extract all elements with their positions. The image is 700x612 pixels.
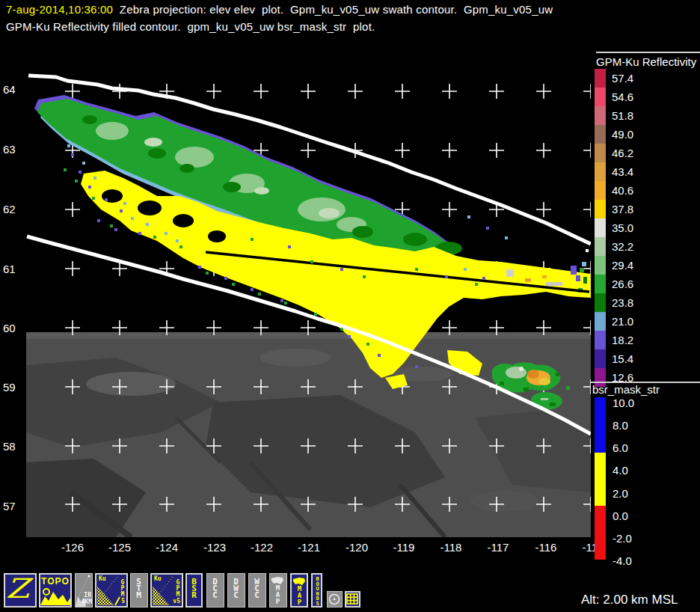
lon-label: -118 (434, 541, 468, 554)
color-swatch (595, 293, 606, 312)
ir-4km-label: 4KM (82, 599, 92, 605)
gpm-ku-v05-uw-button[interactable]: Ku GPM v5 (150, 573, 183, 608)
wcc-button[interactable]: WCC (248, 573, 266, 608)
reflectivity-colorbar-entry: 40.6 (595, 181, 647, 200)
gpm-ku-v05-button[interactable]: Ku GPM 5 (95, 573, 128, 608)
ir-satellite-button[interactable]: IR 4KM (75, 573, 93, 608)
color-swatch (595, 144, 606, 162)
lat-label: 59 (3, 381, 25, 394)
color-swatch (595, 69, 606, 88)
color-swatch (595, 88, 606, 106)
reflectivity-colorbar-entry: 18.2 (595, 331, 647, 349)
bounds-button[interactable]: BOUNDS (311, 573, 322, 608)
stm-button[interactable]: STM (130, 573, 148, 608)
ir-label: IR (84, 593, 91, 599)
reflectivity-colorbar-entry: 51.8 (595, 106, 647, 125)
color-swatch (595, 200, 606, 218)
lon-label: -120 (340, 541, 374, 554)
zebra-z-icon: Z (6, 573, 29, 604)
bsr-colorbar-value: -2.0 (612, 527, 632, 550)
color-swatch (595, 181, 606, 200)
bsr-colorbar-value: 6.0 (612, 437, 628, 459)
bsr-color-segment (595, 397, 606, 453)
mountains-icon (40, 586, 70, 605)
stm-label: STM (135, 578, 142, 599)
header-line2: GPM-Ku Reflectivity filled contour. gpm_… (6, 20, 375, 33)
bsr-colorbar-value: 4.0 (612, 459, 628, 482)
map-label: MAP (274, 585, 281, 605)
bsr-color-segment (595, 506, 606, 560)
gpm-label: GPM (120, 580, 126, 598)
reflectivity-colorbar-entry: 21.0 (595, 312, 647, 331)
header-bar: 7-aug-2014,10:36:00 Zebra projection: el… (0, 0, 700, 43)
colorbar-value: 51.8 (612, 106, 633, 125)
lat-label: 61 (3, 263, 25, 275)
bsr-colorbar-value: 8.0 (612, 414, 628, 437)
lon-label: -124 (150, 541, 184, 554)
point-mode-button[interactable] (327, 591, 343, 608)
lat-label: 62 (3, 203, 25, 215)
topo-label: TOPO (40, 576, 70, 587)
dwc-label: DWC (233, 578, 239, 599)
color-swatch (595, 312, 606, 331)
colorbar-value: 29.4 (612, 256, 633, 275)
color-swatch (595, 256, 606, 275)
colorbar-value: 21.0 (612, 312, 633, 331)
reflectivity-colorbar-entry: 46.2 (595, 144, 647, 162)
altitude-status: Alt: 2.00 km MSL (581, 593, 678, 608)
bsr-label: BSR (191, 578, 197, 599)
color-swatch (595, 125, 606, 144)
reflectivity-colorbar-entry: 15.4 (595, 349, 647, 368)
zebra-logo-button[interactable]: Z (4, 573, 37, 608)
bsr-colorbar-value: 2.0 (612, 483, 628, 505)
colorbar-value: 15.4 (612, 349, 633, 368)
colorbar-value: 49.0 (612, 125, 633, 144)
lat-label: 64 (3, 83, 25, 96)
ku-label: Ku (99, 576, 106, 582)
color-swatch (595, 331, 606, 349)
reflectivity-colorbar-entry: 54.6 (595, 88, 647, 106)
colorbar-value: 37.8 (612, 200, 633, 218)
map-plot[interactable] (26, 43, 591, 537)
reflectivity-colorbar-entry: 29.4 (595, 256, 647, 275)
grid-mode-button[interactable] (345, 591, 360, 608)
lon-label: -119 (387, 541, 421, 554)
timestamp: 7-aug-2014,10:36:00 (6, 3, 113, 16)
dcc-label: DCC (212, 578, 218, 599)
bounds-label: BOUNDS (315, 577, 320, 606)
colorbar-value: 54.6 (612, 88, 633, 106)
reflectivity-colorbar-title: GPM-Ku Reflectivity (596, 55, 696, 68)
gpm-label: GPM (175, 580, 181, 598)
lon-label: -117 (481, 541, 515, 554)
lon-label: -116 (529, 541, 563, 554)
bsr-button[interactable]: BSR (185, 573, 203, 608)
color-swatch (595, 349, 606, 368)
lon-label: -121 (292, 541, 326, 554)
bsr-colorbar-value: -4.0 (612, 550, 632, 572)
lat-label: 57 (3, 500, 25, 512)
lon-label: -123 (197, 541, 232, 554)
reflectivity-colorbar-entry: 32.2 (595, 237, 647, 256)
map-overlay-button[interactable]: MAP (269, 573, 287, 608)
topo-button[interactable]: TOPO (39, 573, 72, 608)
header-line1-text: Zebra projection: elev elev plot. Gpm_ku… (113, 3, 553, 16)
color-swatch (595, 218, 606, 237)
colorbar-value: 18.2 (612, 331, 633, 349)
map-overlay-active-button[interactable]: MAP (290, 573, 308, 608)
map-label: MAP (296, 586, 303, 606)
color-swatch (595, 237, 606, 256)
dwc-button[interactable]: DWC (227, 573, 245, 608)
bsr-colorbar-value: 0.0 (612, 505, 628, 527)
reflectivity-colorbar-entry: 35.0 (595, 218, 647, 237)
lat-label: 63 (3, 143, 25, 156)
version-label: v5 (173, 599, 180, 605)
dcc-button[interactable]: DCC (206, 573, 224, 608)
colorbar-value: 43.4 (612, 162, 633, 181)
circle-dot-icon (328, 592, 342, 607)
lon-label: -122 (245, 541, 279, 554)
reflectivity-colorbar-entry: 49.0 (595, 125, 647, 144)
colorbar-value: 46.2 (612, 144, 633, 162)
lat-label: 58 (3, 440, 25, 453)
ku-label: Ku (154, 576, 162, 582)
lat-label: 60 (3, 322, 25, 334)
